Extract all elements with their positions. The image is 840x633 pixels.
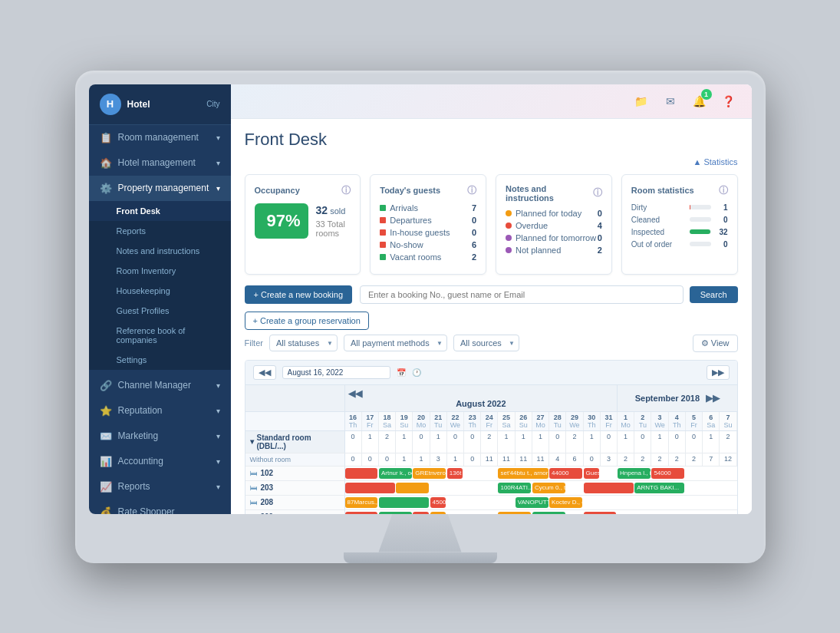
- booking-segment[interactable]: Hnpena l., inoone: [618, 468, 651, 479]
- guests-info-icon[interactable]: ⓘ: [467, 184, 476, 197]
- sidebar-item-reputation[interactable]: ⭐ Reputation ▾: [89, 398, 231, 424]
- cal-prev-button[interactable]: ◀◀: [253, 365, 276, 380]
- cal-month-next[interactable]: ▶▶: [706, 393, 720, 404]
- without-room-count-cell: 6: [566, 453, 583, 466]
- create-group-reservation-button[interactable]: + Create a group reservation: [245, 312, 369, 330]
- day-name: Tu: [431, 421, 446, 429]
- sidebar-item-property-management[interactable]: ⚙️ Property management ▾: [89, 176, 231, 201]
- booking-segment[interactable]: GREtnvero...: [413, 468, 446, 479]
- day-name: Sa: [499, 421, 513, 429]
- sidebar-sub-room-inventory[interactable]: Room Inventory: [89, 261, 231, 281]
- booking-segment[interactable]: 100R4ATI...: [498, 483, 531, 493]
- sidebar-item-hotel-management[interactable]: 🏠 Hotel management ▾: [89, 150, 231, 176]
- notes-info-icon[interactable]: ⓘ: [593, 186, 602, 199]
- sidebar-sub-reference-book[interactable]: Reference book of companies: [89, 321, 231, 350]
- room-stat-bar-bg: [690, 205, 711, 209]
- sidebar-item-reports[interactable]: 📈 Reports ▾: [89, 474, 231, 499]
- source-filter[interactable]: All sources: [453, 335, 519, 351]
- notification-icon[interactable]: 🔔 1: [689, 91, 710, 112]
- room-stat-bar: [690, 229, 710, 234]
- booking-segment[interactable]: Sergeant nt., 95450: [498, 512, 531, 514]
- sidebar-item-accounting[interactable]: 📊 Accounting ▾: [89, 449, 231, 474]
- occupancy-info-icon[interactable]: ⓘ: [341, 184, 351, 197]
- without-room-count-cell: 0: [464, 453, 481, 466]
- guest-dot: [380, 229, 386, 236]
- cal-day-col: 16Th: [345, 412, 362, 430]
- booking-segment[interactable]: 45000: [430, 497, 446, 508]
- cal-day-col: 5Fr: [686, 412, 703, 430]
- sidebar-sub-notes[interactable]: Notes and instructions: [89, 241, 231, 261]
- clock-icon[interactable]: 🕐: [412, 368, 421, 377]
- create-booking-button[interactable]: + Create a new booking: [245, 285, 353, 304]
- sidebar-item-rate-shopper[interactable]: 💰 Rate Shopper: [89, 499, 231, 514]
- booking-segment[interactable]: [379, 497, 429, 508]
- room-type-group-expand[interactable]: ▾ Standard room (DBL/...): [245, 431, 345, 453]
- guest-label-text: Departures: [390, 216, 431, 225]
- booking-segment[interactable]: [532, 512, 565, 514]
- group-count-cell: 0: [669, 431, 686, 453]
- booking-segment[interactable]: Koctev D., expentre-oo 45500: [549, 497, 582, 508]
- sidebar-sub-guest-profiles[interactable]: Guest Profiles: [89, 301, 231, 321]
- search-button[interactable]: Search: [690, 286, 738, 303]
- without-room-count-cell: 2: [686, 453, 703, 466]
- group-count-cell: 1: [396, 431, 413, 453]
- booking-segment[interactable]: Guest 14000: [584, 468, 600, 479]
- booking-search-input[interactable]: [360, 285, 684, 304]
- sidebar-item-room-management[interactable]: 📋 Room management ▾: [89, 125, 231, 150]
- day-num: 6: [703, 414, 718, 421]
- cal-next-button[interactable]: ▶▶: [707, 365, 730, 380]
- sidebar-item-channel-manager[interactable]: 🔗 Channel Manager ▾: [89, 373, 231, 398]
- monitor-base: [344, 552, 497, 563]
- sidebar-item-marketing[interactable]: ✉️ Marketing ▾: [89, 424, 231, 449]
- booking-segment[interactable]: set'44btu t., arnor: [498, 468, 548, 479]
- cal-day-col: 1Mo: [618, 412, 634, 430]
- booking-segment[interactable]: [396, 483, 429, 493]
- booking-segment[interactable]: [584, 483, 634, 493]
- without-room-count-cell: 2: [669, 453, 686, 466]
- group-count-cell: 1: [430, 431, 447, 453]
- payment-filter[interactable]: All payment methods: [344, 335, 447, 351]
- view-button[interactable]: ⚙ View: [693, 335, 738, 352]
- booking-segment[interactable]: 54000: [651, 468, 684, 479]
- booking-segment[interactable]: Cycum 0., too 45500: [532, 483, 565, 493]
- booking-segment[interactable]: [345, 483, 395, 493]
- cal-month-prev[interactable]: ◀◀: [345, 388, 618, 399]
- booking-segment[interactable]: [345, 512, 378, 514]
- room-stats-info-icon[interactable]: ⓘ: [719, 184, 728, 197]
- cal-date-input[interactable]: [282, 366, 390, 379]
- group-count-cell: 1: [703, 431, 720, 453]
- booking-segment[interactable]: ARNTG BAKI...: [634, 483, 684, 493]
- booking-segment[interactable]: Artnur k., ooo: [379, 468, 412, 479]
- cal-room-header: [245, 412, 345, 430]
- help-icon[interactable]: ❓: [718, 91, 740, 112]
- day-num: 24: [482, 414, 496, 421]
- booking-segment[interactable]: 87Marcus., room types: [345, 497, 378, 508]
- day-num: 2: [635, 414, 650, 421]
- room-stat-item: Dirty 1: [631, 203, 728, 212]
- files-icon[interactable]: 📁: [631, 91, 652, 112]
- booking-segment[interactable]: 136t $: [447, 468, 463, 479]
- room-type-group-row: ▾ Standard room (DBL/...) 01210100211102…: [245, 431, 737, 453]
- booking-segment[interactable]: Ongt 12000: [430, 512, 446, 514]
- booking-segment[interactable]: 6art-0, 14700: [379, 512, 412, 514]
- calendar-icon[interactable]: 📅: [397, 368, 406, 377]
- chevron-down-icon: ▾: [216, 159, 220, 167]
- statistics-link[interactable]: ▲ Statistics: [245, 157, 738, 166]
- sidebar-sub-housekeeping[interactable]: Housekeeping: [89, 281, 231, 301]
- booking-segment[interactable]: Setit 14700: [413, 512, 429, 514]
- monitor-stand: [374, 514, 466, 552]
- booking-segment[interactable]: [345, 468, 378, 479]
- expand-icon: ▾: [250, 437, 254, 446]
- chevron-down-icon: ▾: [216, 184, 220, 193]
- booking-segment[interactable]: [584, 512, 617, 514]
- day-name: Su: [516, 421, 531, 429]
- booking-segment[interactable]: 44000: [549, 468, 582, 479]
- cal-day-col: 25Sa: [498, 412, 515, 430]
- sidebar-sub-reports[interactable]: Reports: [89, 221, 231, 241]
- sidebar-sub-front-desk[interactable]: Front Desk: [89, 201, 231, 221]
- booking-segment[interactable]: VANOPUTT 45500: [516, 497, 548, 508]
- mail-icon[interactable]: ✉: [660, 91, 681, 112]
- note-count: 0: [598, 209, 602, 218]
- status-filter[interactable]: All statuses: [269, 335, 338, 351]
- sidebar-sub-settings[interactable]: Settings: [89, 350, 231, 370]
